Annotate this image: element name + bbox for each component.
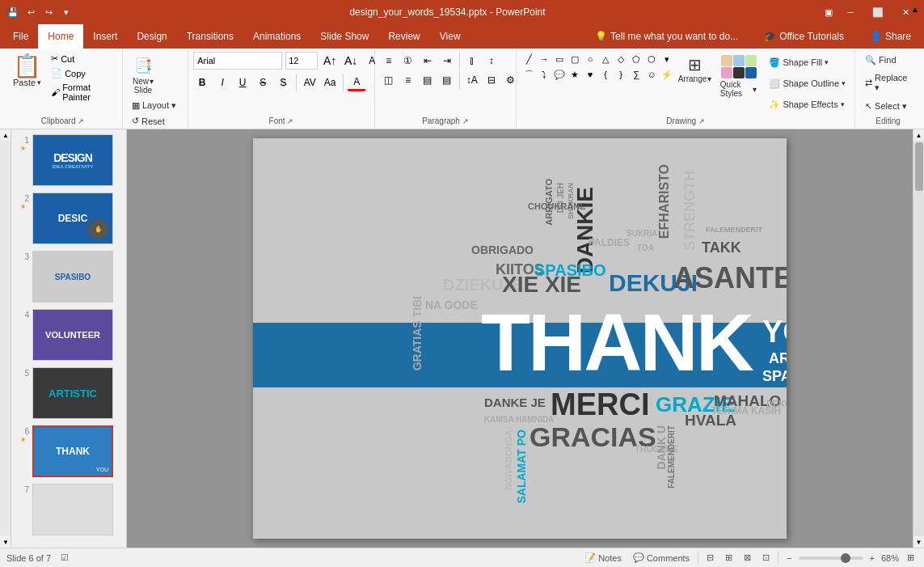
increase-indent-button[interactable]: ⇥ [438, 52, 456, 70]
tell-me-search[interactable]: 💡 Tell me what you want to do... [585, 24, 748, 49]
view-presenter-button[interactable]: ⊡ [759, 551, 773, 565]
view-normal-button[interactable]: ⊟ [703, 551, 717, 565]
star-shape[interactable]: ★ [567, 67, 582, 82]
triangle-shape[interactable]: △ [598, 52, 613, 66]
lightning-shape[interactable]: ⚡ [660, 67, 674, 82]
replace-button[interactable]: ⇄ Replace ▾ [860, 70, 916, 95]
menu-file[interactable]: File [3, 24, 38, 49]
slide-thumb-3[interactable]: SPASIBO [32, 251, 113, 303]
zoom-out-button[interactable]: − [783, 552, 795, 565]
shape-outline-button[interactable]: ⬜ Shape Outline ▾ [765, 77, 850, 91]
slide-thumb-5[interactable]: ARTISTIC [32, 367, 113, 419]
zoom-in-button[interactable]: + [867, 552, 878, 565]
char-spacing-button[interactable]: AV [301, 74, 319, 91]
change-case-button[interactable]: Aa [321, 74, 339, 91]
slide-thumb-6[interactable]: THANK YOU [32, 425, 113, 477]
minimize-button[interactable]: ─ [838, 3, 863, 21]
notes-button[interactable]: 📝 Notes [581, 551, 625, 565]
slide-item-1[interactable]: 1 ★ DESIGN IDEA CREATIVITY [15, 133, 123, 188]
callout-shape[interactable]: 💬 [552, 67, 567, 82]
increase-font-button[interactable]: A↑ [321, 52, 339, 70]
menu-design[interactable]: Design [127, 24, 176, 49]
bold-button[interactable]: B [193, 74, 211, 91]
ribbon-display-icon[interactable]: ▣ [822, 6, 835, 19]
find-button[interactable]: 🔍 Find [860, 53, 901, 68]
slide-item-7[interactable]: 7 ★ [15, 482, 123, 537]
arrow-shape[interactable]: → [537, 52, 551, 66]
bullets-button[interactable]: ≡ [380, 52, 398, 70]
smiley-shape[interactable]: ☺ [644, 67, 659, 82]
select-button[interactable]: ↖ Select ▾ [860, 99, 912, 114]
scroll-track[interactable] [913, 141, 925, 536]
paste-button[interactable]: 📋 Paste ▾ [8, 52, 46, 115]
menu-view[interactable]: View [430, 24, 470, 49]
slide-item-2[interactable]: 2 ★ DESIC ✋ [15, 191, 123, 246]
more-shapes[interactable]: ▾ [660, 52, 674, 66]
share-button[interactable]: 👤 Share [860, 24, 921, 49]
slide-item-5[interactable]: 5 ★ ARTISTIC [15, 366, 123, 421]
font-color-button[interactable]: A [348, 74, 365, 91]
text-shadow-button[interactable]: S [274, 74, 292, 91]
align-text-button[interactable]: ⊟ [483, 71, 500, 89]
numbering-button[interactable]: ① [399, 52, 417, 70]
decrease-font-button[interactable]: A↓ [342, 52, 360, 70]
strikethrough-button[interactable]: S [254, 74, 272, 91]
undo-icon[interactable]: ↩ [24, 6, 37, 19]
collapse-ribbon-button[interactable]: ▲ [909, 3, 921, 15]
restore-button[interactable]: ⬜ [866, 3, 890, 21]
curve-shape[interactable]: ⌒ [521, 67, 536, 82]
office-tutorials-button[interactable]: 🎓 Office Tutorials [754, 24, 854, 49]
diamond-shape[interactable]: ◇ [614, 52, 628, 66]
font-name-input[interactable] [193, 52, 282, 70]
fit-slide-button[interactable]: ⊞ [904, 551, 918, 565]
scroll-down-button[interactable]: ▼ [913, 536, 925, 548]
shape-fill-button[interactable]: 🪣 Shape Fill ▾ [765, 56, 850, 70]
menu-home[interactable]: Home [38, 24, 83, 49]
slide-thumb-4[interactable]: VOLUNTEER [32, 309, 113, 361]
equation-shape[interactable]: ∑ [629, 67, 643, 82]
arrange-button[interactable]: ⊞ Arrange▾ [677, 52, 712, 115]
slide-canvas[interactable]: DANKIE ARRIGATO DO JEH SHUKRAN CHOUKRANE… [253, 138, 787, 539]
comments-button[interactable]: 💬 Comments [630, 551, 693, 565]
underline-button[interactable]: U [234, 74, 251, 91]
slide-thumb-1[interactable]: DESIGN IDEA CREATIVITY [32, 134, 113, 186]
rect-shape[interactable]: ▭ [552, 52, 567, 66]
layout-button[interactable]: ▦ Layout ▾ [128, 99, 180, 112]
decrease-indent-button[interactable]: ⇤ [419, 52, 437, 70]
scroll-up-button[interactable]: ▲ [913, 129, 925, 141]
align-right-button[interactable]: ▤ [419, 71, 437, 89]
zoom-slider[interactable] [799, 556, 863, 560]
shape-effects-button[interactable]: ✨ Shape Effects ▾ [765, 98, 850, 112]
align-left-button[interactable]: ◫ [380, 71, 398, 89]
menu-review[interactable]: Review [378, 24, 429, 49]
new-slide-button[interactable]: 📑 New▾ Slide [128, 52, 158, 97]
zoom-thumb[interactable] [841, 553, 850, 563]
pentagon-shape[interactable]: ⬠ [629, 52, 643, 66]
view-slide-sorter-button[interactable]: ⊞ [722, 551, 736, 565]
italic-button[interactable]: I [213, 74, 231, 91]
font-size-input[interactable] [285, 52, 318, 70]
save-icon[interactable]: 💾 [6, 6, 19, 19]
slide-item-3[interactable]: 3 ★ SPASIBO [15, 249, 123, 304]
menu-insert[interactable]: Insert [83, 24, 127, 49]
justify-button[interactable]: ▤ [438, 71, 456, 89]
bracket-shape[interactable]: { [598, 67, 613, 82]
panel-scroll-track[interactable] [0, 141, 11, 536]
slide-item-6[interactable]: 6 ★ THANK YOU [15, 424, 123, 479]
line-spacing-button[interactable]: ↕ [483, 52, 500, 70]
scroll-thumb[interactable] [915, 142, 923, 191]
reset-button[interactable]: ↺ Reset [128, 114, 169, 128]
quick-styles-button[interactable]: Quick Styles▾ [715, 52, 762, 115]
connector-shape[interactable]: ⤵ [537, 67, 551, 82]
columns-button[interactable]: ⫿ [463, 52, 481, 70]
cut-button[interactable]: ✂ Cut [48, 52, 117, 66]
panel-scroll-up[interactable]: ▲ [0, 129, 11, 141]
heart-shape[interactable]: ♥ [583, 67, 597, 82]
text-direction-button[interactable]: ↕A [463, 71, 481, 89]
menu-animations[interactable]: Animations [243, 24, 310, 49]
slide-item-4[interactable]: 4 ★ VOLUNTEER [15, 307, 123, 362]
hexagon-shape[interactable]: ⬡ [644, 52, 659, 66]
customize-quick-access-icon[interactable]: ▾ [60, 6, 73, 19]
circle-shape[interactable]: ○ [583, 52, 597, 66]
view-reading-button[interactable]: ⊠ [740, 551, 754, 565]
